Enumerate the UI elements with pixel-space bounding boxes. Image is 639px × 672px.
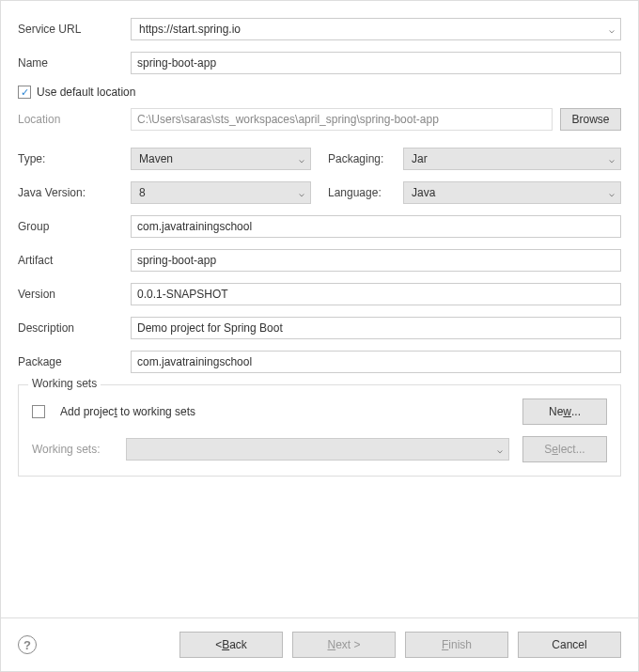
description-label: Description xyxy=(18,321,131,335)
chevron-down-icon: ⌵ xyxy=(609,24,615,35)
cancel-button[interactable]: Cancel xyxy=(518,632,621,658)
name-label: Name xyxy=(18,56,131,70)
chevron-down-icon: ⌵ xyxy=(609,154,615,164)
description-input[interactable] xyxy=(131,317,621,339)
java-version-label: Java Version: xyxy=(18,186,131,199)
help-icon[interactable]: ? xyxy=(18,635,37,654)
working-sets-select-label: Working sets: xyxy=(32,443,117,456)
wizard-button-bar: ? < Back Next > Finish Cancel xyxy=(1,617,638,671)
working-sets-select: ⌵ xyxy=(126,438,509,461)
package-input[interactable] xyxy=(131,351,621,373)
working-sets-legend: Working sets xyxy=(28,377,101,390)
location-input: C:\Users\saras\sts_workspaces\april_spri… xyxy=(131,108,553,131)
package-label: Package xyxy=(18,355,131,368)
select-working-set-button: Select... xyxy=(522,436,607,462)
group-input[interactable] xyxy=(131,215,621,238)
location-label: Location xyxy=(18,113,131,126)
add-to-working-sets-label: Add project to working sets xyxy=(60,405,195,418)
service-url-combo[interactable]: https://start.spring.io ⌵ xyxy=(131,18,621,40)
use-default-location-checkbox[interactable]: ✓ xyxy=(18,86,31,99)
use-default-location-label: Use default location xyxy=(37,86,135,99)
service-url-value: https://start.spring.io xyxy=(139,23,241,36)
type-label: Type: xyxy=(18,152,131,165)
version-input[interactable] xyxy=(131,283,621,305)
new-working-set-button[interactable]: New... xyxy=(522,399,607,425)
browse-button[interactable]: Browse xyxy=(560,108,621,131)
artifact-input[interactable] xyxy=(131,249,621,272)
chevron-down-icon: ⌵ xyxy=(497,445,503,455)
java-version-select[interactable]: 8 ⌵ xyxy=(131,181,311,204)
service-url-label: Service URL xyxy=(18,23,131,36)
version-label: Version xyxy=(18,288,131,301)
name-input[interactable] xyxy=(131,52,621,74)
add-to-working-sets-checkbox[interactable] xyxy=(32,405,45,418)
group-label: Group xyxy=(18,220,131,233)
chevron-down-icon: ⌵ xyxy=(609,188,615,198)
type-select[interactable]: Maven ⌵ xyxy=(131,148,311,170)
back-button[interactable]: < Back xyxy=(179,632,283,658)
packaging-label: Packaging: xyxy=(328,152,403,165)
finish-button: Finish xyxy=(405,632,508,658)
packaging-select[interactable]: Jar ⌵ xyxy=(403,148,621,170)
language-label: Language: xyxy=(328,186,403,199)
chevron-down-icon: ⌵ xyxy=(299,154,304,164)
chevron-down-icon: ⌵ xyxy=(299,188,304,198)
language-select[interactable]: Java ⌵ xyxy=(403,181,621,204)
artifact-label: Artifact xyxy=(18,254,131,267)
working-sets-group: Working sets Add project to working sets… xyxy=(18,384,621,477)
next-button: Next > xyxy=(292,632,396,658)
